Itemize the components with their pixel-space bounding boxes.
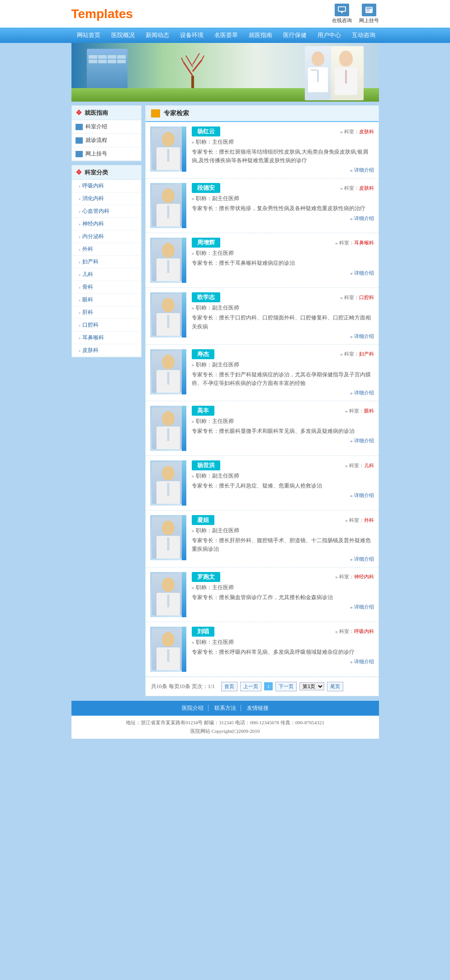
expert-title-4: 职称：副主任医师 bbox=[192, 361, 374, 369]
sidebar-cat-cardiovascular[interactable]: ›心血管内科 bbox=[72, 205, 141, 218]
expert-name-3[interactable]: 欧学志 bbox=[192, 292, 220, 302]
expert-name-4[interactable]: 寿杰 bbox=[192, 349, 214, 359]
sidebar-cat-obstetrics[interactable]: ›妇产科 bbox=[72, 256, 141, 268]
svg-rect-6 bbox=[366, 11, 369, 12]
sidebar-cat-dermatology[interactable]: ›皮肤科 bbox=[72, 344, 141, 357]
expert-dept-8: » 科室：神经内科 bbox=[335, 573, 374, 580]
sidebar-item-register[interactable]: 网上挂号 bbox=[72, 147, 141, 161]
sidebar-cat-respiratory[interactable]: ›呼吸内科 bbox=[72, 180, 141, 192]
expert-title-6: 职称：副主任医师 bbox=[192, 472, 374, 480]
expert-detail-5[interactable]: 详细介绍 bbox=[192, 437, 374, 444]
expert-photo-0 bbox=[150, 127, 186, 172]
sidebar-cat-surgery[interactable]: ›外科 bbox=[72, 243, 141, 256]
nav-guide[interactable]: 就医指南 bbox=[243, 28, 278, 43]
expert-name-1[interactable]: 段德安 bbox=[192, 183, 220, 193]
expert-detail-7[interactable]: 详细介绍 bbox=[192, 556, 374, 563]
footer-link-contact[interactable]: 联系方法 bbox=[210, 705, 241, 711]
expert-dept-3: » 科室：口腔科 bbox=[340, 294, 374, 301]
expert-dept-0: » 科室：皮肤科 bbox=[340, 128, 374, 135]
photo-strip bbox=[182, 627, 186, 672]
expert-card-8: 罗跑文 » 科室：神经内科 职称：主任医师 专家专长：擅长脑血管病诊疗工作，尤其… bbox=[146, 567, 379, 622]
expert-detail-3[interactable]: 详细介绍 bbox=[192, 333, 374, 340]
nav-consult[interactable]: 互动咨询 bbox=[346, 28, 381, 43]
expert-photo-4 bbox=[150, 349, 186, 394]
content-header-icon bbox=[151, 109, 160, 117]
pagination-info: 共10条 每页10条 页次：1/1 bbox=[151, 683, 215, 690]
page-first-button[interactable]: 首页 bbox=[221, 682, 237, 691]
register-menu-label: 网上挂号 bbox=[85, 150, 107, 158]
nav-doctors[interactable]: 名医荟萃 bbox=[209, 28, 243, 43]
expert-dept-1: » 科室：皮肤科 bbox=[340, 185, 374, 192]
sidebar-guide-section: ❖ 就医指南 科室介绍 就诊流程 网上挂号 bbox=[71, 105, 142, 161]
expert-name-5[interactable]: 高丰 bbox=[192, 406, 214, 416]
expert-info-2: 周增辉 » 科室：耳鼻喉科 职称：主任医师 专家专长：擅长于耳鼻喉科疑难病症的诊… bbox=[192, 238, 374, 283]
expert-dept-2: » 科室：耳鼻喉科 bbox=[335, 239, 374, 246]
expert-detail-6[interactable]: 详细介绍 bbox=[192, 492, 374, 499]
sidebar-cat-pediatrics[interactable]: ›儿科 bbox=[72, 268, 141, 281]
page-next-button[interactable]: 下一页 bbox=[275, 682, 297, 691]
nav-hospital[interactable]: 医院概况 bbox=[106, 28, 140, 43]
register-label: 网上挂号 bbox=[359, 17, 379, 24]
sidebar-cat-ent[interactable]: ›耳鼻喉科 bbox=[72, 332, 141, 344]
page-prev-button[interactable]: 上一页 bbox=[240, 682, 261, 691]
footer-link-friends[interactable]: 友情链接 bbox=[242, 705, 273, 711]
expert-photo-9 bbox=[150, 627, 186, 672]
expert-spec-2: 专家专长：擅长于耳鼻喉科疑难病症的诊治 bbox=[192, 259, 374, 267]
consult-label: 在线咨询 bbox=[332, 17, 352, 24]
sidebar-cat-orthopedics[interactable]: ›骨科 bbox=[72, 281, 141, 294]
nav-home[interactable]: 网站首页 bbox=[71, 28, 106, 43]
expert-name-9[interactable]: 刘唱 bbox=[192, 627, 214, 637]
svg-line-12 bbox=[181, 58, 184, 62]
register-button[interactable]: 网上挂号 bbox=[359, 4, 379, 24]
expert-name-8[interactable]: 罗跑文 bbox=[192, 572, 220, 582]
expert-name-2[interactable]: 周增辉 bbox=[192, 238, 220, 248]
expert-detail-9[interactable]: 详细介绍 bbox=[192, 658, 374, 665]
expert-spec-5: 专家专长：擅长眼科显微手术和眼科常见病、多发病及疑难病的诊治 bbox=[192, 427, 374, 436]
nav-news[interactable]: 新闻动态 bbox=[140, 28, 175, 43]
category-dot: ❖ bbox=[76, 168, 82, 177]
building-decoration bbox=[87, 49, 128, 94]
expert-spec-6: 专家专长：擅长于儿科急症、疑难、危重病人抢救诊治 bbox=[192, 482, 374, 490]
photo-strip bbox=[182, 406, 186, 451]
nav-user[interactable]: 用户中心 bbox=[312, 28, 346, 43]
page-last-button[interactable]: 尾页 bbox=[327, 682, 343, 691]
expert-photo-7 bbox=[150, 515, 186, 560]
sidebar-item-rooms[interactable]: 科室介绍 bbox=[72, 120, 141, 134]
nav-equipment[interactable]: 设备环境 bbox=[175, 28, 209, 43]
sidebar-item-process[interactable]: 就诊流程 bbox=[72, 134, 141, 147]
expert-detail-0[interactable]: 详细介绍 bbox=[192, 167, 374, 173]
expert-name-0[interactable]: 杨红云 bbox=[192, 127, 220, 136]
svg-line-11 bbox=[193, 53, 199, 65]
nurse-photo bbox=[305, 46, 364, 100]
expert-spec-9: 专家专长：擅长呼吸内科常见病、多发病及呼吸领域疑难杂症的诊疗 bbox=[192, 648, 374, 656]
expert-photo-3 bbox=[150, 292, 186, 338]
sidebar-cat-digestive[interactable]: ›消化内科 bbox=[72, 192, 141, 205]
page-select[interactable]: 第1页 bbox=[299, 682, 324, 690]
sidebar-cat-endocrine[interactable]: ›内分泌科 bbox=[72, 230, 141, 243]
sidebar-cat-neurology[interactable]: ›神经内科 bbox=[72, 218, 141, 230]
sidebar-cat-dental[interactable]: ›口腔科 bbox=[72, 319, 141, 332]
expert-dept-9: » 科室：呼吸内科 bbox=[335, 628, 374, 635]
photo-strip bbox=[182, 183, 186, 228]
expert-name-7[interactable]: 凝姐 bbox=[192, 515, 214, 525]
expert-detail-8[interactable]: 详细介绍 bbox=[192, 604, 374, 610]
sidebar-cat-ophthalmology[interactable]: ›眼科 bbox=[72, 294, 141, 306]
expert-photo-2 bbox=[150, 238, 186, 283]
expert-detail-2[interactable]: 详细介绍 bbox=[192, 270, 374, 277]
expert-spec-0: 专家专长：擅长红斑狼疮等结缔组织性皮肤病,大疱类自身免疫皮肤病,银屑病,及性传播… bbox=[192, 148, 374, 165]
sidebar-cat-liver[interactable]: ›肝科 bbox=[72, 306, 141, 319]
sidebar: ❖ 就医指南 科室介绍 就诊流程 网上挂号 ❖ 科室分类 ›呼吸内科 bbox=[71, 105, 142, 696]
expert-name-6[interactable]: 杨世洪 bbox=[192, 460, 220, 470]
process-icon bbox=[76, 137, 83, 144]
expert-title-0: 职称：主任医师 bbox=[192, 138, 374, 146]
online-consult-button[interactable]: 在线咨询 bbox=[332, 4, 352, 24]
expert-detail-4[interactable]: 详细介绍 bbox=[192, 389, 374, 396]
pagination: 共10条 每页10条 页次：1/1 首页 上一页 1 下一页 第1页 尾页 bbox=[146, 677, 379, 696]
footer-link-about[interactable]: 医院介绍 bbox=[177, 705, 208, 711]
expert-card-1: 段德安 » 科室：皮肤科 职称：副主任医师 专家专长：擅长带状疱疹，复杂男性性病… bbox=[146, 178, 379, 233]
nav-health[interactable]: 医疗保健 bbox=[278, 28, 312, 43]
expert-dept-5: » 科室：眼科 bbox=[345, 408, 374, 414]
sidebar-guide-title: ❖ 就医指南 bbox=[72, 106, 141, 120]
expert-detail-1[interactable]: 详细介绍 bbox=[192, 215, 374, 222]
expert-info-8: 罗跑文 » 科室：神经内科 职称：主任医师 专家专长：擅长脑血管病诊疗工作，尤其… bbox=[192, 572, 374, 617]
